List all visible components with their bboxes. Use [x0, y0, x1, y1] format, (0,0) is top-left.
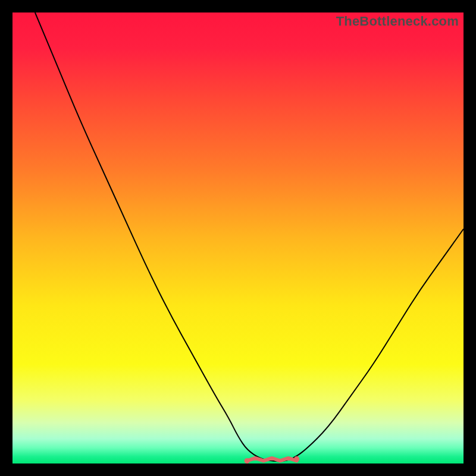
plot-area: TheBottleneck.com	[12, 12, 464, 464]
gradient-bg	[12, 12, 464, 464]
outer-frame: TheBottleneck.com	[0, 0, 476, 476]
watermark-text: TheBottleneck.com	[336, 14, 459, 29]
svg-point-1	[294, 456, 299, 462]
svg-point-0	[245, 458, 250, 464]
chart-svg	[12, 12, 464, 464]
